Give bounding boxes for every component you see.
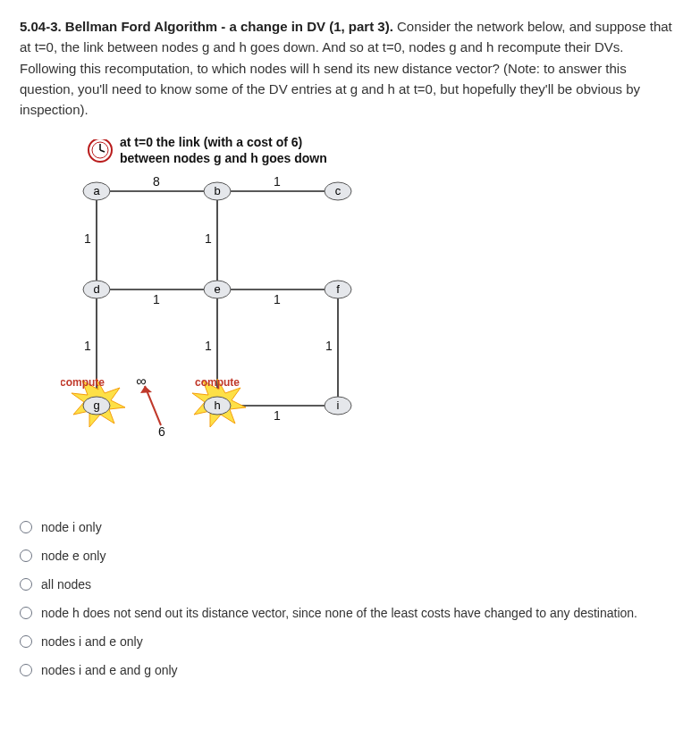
svg-text:d: d <box>93 282 99 296</box>
option-label: node h does not send out its distance ve… <box>41 606 637 620</box>
svg-text:1: 1 <box>205 339 212 353</box>
node-a: a <box>83 182 110 200</box>
svg-text:f: f <box>336 282 340 296</box>
node-d: d <box>83 281 110 298</box>
node-f: f <box>325 281 351 298</box>
network-graph: a b c d e f g h i 8 1 1 1 1 1 1 1 1 <box>61 139 436 443</box>
svg-text:i: i <box>337 398 340 412</box>
option-label: all nodes <box>41 577 91 591</box>
option-label: node i only <box>41 520 102 534</box>
svg-text:1: 1 <box>84 339 91 353</box>
option-1[interactable]: node e only <box>20 541 680 570</box>
option-4[interactable]: nodes i and e only <box>20 627 680 656</box>
question-text: 5.04-3. Bellman Ford Algorithm - a chang… <box>20 16 680 120</box>
compute-labels: compute compute <box>61 376 240 389</box>
svg-text:a: a <box>93 184 100 197</box>
node-i: i <box>325 397 351 415</box>
radio-icon[interactable] <box>20 578 32 591</box>
node-g: g <box>83 397 110 415</box>
radio-icon[interactable] <box>20 635 32 648</box>
radio-icon[interactable] <box>20 521 32 533</box>
svg-text:compute: compute <box>195 376 240 389</box>
node-c: c <box>325 182 351 200</box>
svg-text:1: 1 <box>274 174 281 189</box>
svg-text:1: 1 <box>274 292 281 306</box>
node-e: e <box>204 281 231 298</box>
figure: a b c d e f g h i 8 1 1 1 1 1 1 1 1 <box>61 139 680 443</box>
option-label: node e only <box>41 549 105 563</box>
figure-caption: at t=0 the link (with a cost of 6) betwe… <box>120 134 352 166</box>
svg-text:compute: compute <box>61 376 105 389</box>
svg-text:∞: ∞ <box>136 373 146 389</box>
option-label: nodes i and e only <box>41 634 143 649</box>
answer-options: node i only node e only all nodes node h… <box>20 513 680 684</box>
radio-icon[interactable] <box>20 664 32 676</box>
edge-gh-broken <box>140 386 161 425</box>
radio-icon[interactable] <box>20 607 32 619</box>
svg-text:b: b <box>214 184 220 197</box>
option-0[interactable]: node i only <box>20 513 680 541</box>
svg-text:1: 1 <box>325 339 333 353</box>
svg-text:e: e <box>214 282 220 296</box>
node-b: b <box>204 182 231 200</box>
svg-text:8: 8 <box>153 174 160 189</box>
node-h: h <box>204 397 231 415</box>
svg-text:1: 1 <box>153 292 160 306</box>
radio-icon[interactable] <box>20 549 32 562</box>
option-5[interactable]: nodes i and e and g only <box>20 656 680 684</box>
svg-text:h: h <box>214 398 220 412</box>
option-2[interactable]: all nodes <box>20 570 680 599</box>
svg-text:c: c <box>335 184 342 197</box>
option-label: nodes i and e and g only <box>41 663 178 677</box>
svg-text:1: 1 <box>274 408 281 423</box>
svg-text:g: g <box>93 398 99 412</box>
question-number: 5.04-3. Bellman Ford Algorithm - a chang… <box>20 19 393 34</box>
svg-text:1: 1 <box>84 231 91 246</box>
svg-text:1: 1 <box>205 231 212 246</box>
svg-text:6: 6 <box>158 424 165 439</box>
option-3[interactable]: node h does not send out its distance ve… <box>20 599 680 627</box>
clock-icon <box>89 139 112 162</box>
